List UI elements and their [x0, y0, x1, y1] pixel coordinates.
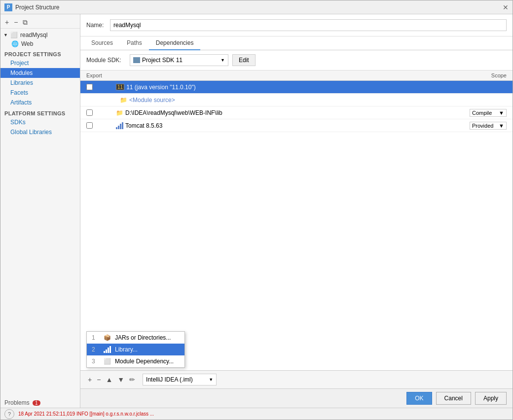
sdk-value: Project SDK 11: [142, 57, 183, 64]
context-jar-dirs[interactable]: 1 📦 JARs or Directories...: [87, 332, 184, 344]
tab-sources[interactable]: Sources: [84, 36, 120, 50]
dependencies-table: Export Scope 11 11 (java version "11.0.1…: [80, 70, 513, 370]
sdk-dropdown[interactable]: Project SDK 11 ▼: [130, 54, 228, 66]
sidebar-item-modules[interactable]: Modules: [0, 68, 80, 78]
apply-button[interactable]: Apply: [475, 392, 507, 405]
window-title: Project Structure: [15, 4, 59, 11]
tree-web-label: Web: [21, 40, 77, 47]
module-icon: ⬜: [10, 32, 18, 38]
status-text: 18 Apr 2021 21:52:11,019 INFO [[main] o.…: [18, 411, 509, 417]
tree-module-item[interactable]: ▼ ⬜ readMysql: [0, 31, 80, 39]
dep-checkbox-sdk[interactable]: [86, 84, 93, 90]
dep-row-webinf: 📁 D:\IDEA\readMysql\web\WEB-INF\lib Comp…: [80, 106, 513, 119]
action-bar: OK Cancel Apply: [80, 388, 513, 408]
context-module-dep[interactable]: 3 ⬜ Module Dependency...: [87, 355, 184, 367]
dep-name-tomcat: Tomcat 8.5.63: [116, 122, 457, 129]
project-structure-window: P Project Structure ✕ + − ⧉ ▼ ⬜ readMysq…: [0, 0, 513, 420]
add-tree-button[interactable]: +: [3, 18, 10, 26]
bottom-toolbar: 1 📦 JARs or Directories... 2: [80, 370, 513, 388]
scope-arrow-icon: ▼: [499, 123, 504, 129]
sdk-folder-icon: [133, 57, 140, 63]
add-dep-button[interactable]: +: [86, 375, 93, 384]
library-bars-icon: [104, 346, 111, 353]
web-icon: 🌐: [11, 40, 19, 47]
module-dep-label: Module Dependency...: [115, 358, 174, 365]
sidebar-item-project[interactable]: Project: [0, 58, 80, 68]
tree-module-label: readMysql: [20, 32, 77, 38]
tab-paths[interactable]: Paths: [120, 36, 149, 50]
app-icon: P: [4, 3, 12, 11]
idea-dropdown-arrow-icon: ▼: [209, 377, 213, 382]
sidebar-item-artifacts[interactable]: Artifacts: [0, 98, 80, 107]
cancel-button[interactable]: Cancel: [436, 392, 471, 405]
dep-export-tomcat[interactable]: [86, 122, 116, 129]
dep-name-sdk: 11 11 (java version "11.0.10"): [116, 84, 457, 91]
scope-arrow-icon: ▼: [499, 110, 504, 116]
folder-icon: 📁: [116, 109, 123, 116]
export-col-header: Export: [86, 72, 116, 78]
dep-row-module-source: 📁 <Module source>: [80, 94, 513, 106]
module-sdk-label: Module SDK:: [86, 57, 126, 64]
edit-button[interactable]: Edit: [232, 54, 256, 66]
tab-dependencies[interactable]: Dependencies: [149, 36, 201, 50]
name-col-header: [116, 72, 457, 78]
idea-dropdown-label: IntelliJ IDEA (.iml): [146, 376, 193, 383]
problems-badge: 1: [33, 400, 40, 406]
scope-col-header: Scope: [457, 72, 507, 78]
java-sdk-icon: 11: [116, 84, 124, 90]
sdk-dropdown-arrow-icon: ▼: [220, 58, 225, 63]
compile-scope-dropdown[interactable]: Compile ▼: [470, 109, 507, 117]
add-context-menu: 1 📦 JARs or Directories... 2: [86, 331, 185, 368]
tree-toolbar: + − ⧉: [0, 16, 80, 29]
dep-name-module-source: 📁 <Module source>: [120, 97, 457, 104]
dep-scope-webinf: Compile ▼: [457, 109, 507, 117]
library-label: Library...: [115, 346, 138, 353]
move-up-button[interactable]: ▲: [104, 375, 114, 384]
ok-button[interactable]: OK: [406, 392, 432, 405]
remove-tree-button[interactable]: −: [12, 18, 19, 26]
sidebar-item-libraries[interactable]: Libraries: [0, 78, 80, 88]
deps-header: Export Scope: [80, 70, 513, 81]
source-icon: 📁: [120, 97, 127, 104]
sidebar-item-facets[interactable]: Facets: [0, 88, 80, 98]
item-num-1: 1: [92, 334, 100, 341]
sidebar: + − ⧉ ▼ ⬜ readMysql 🌐 Web Project Settin…: [0, 14, 80, 408]
jar-dirs-label: JARs or Directories...: [115, 334, 171, 341]
edit-dep-button[interactable]: ✏: [128, 375, 137, 384]
sidebar-item-global-libraries[interactable]: Global Libraries: [0, 127, 80, 137]
module-dep-icon: ⬜: [104, 358, 111, 365]
module-sdk-row: Module SDK: Project SDK 11 ▼ Edit: [80, 50, 513, 70]
name-row: Name:: [80, 14, 513, 36]
dep-scope-tomcat: Provided ▼: [457, 122, 507, 130]
dep-export-sdk: [86, 84, 116, 90]
main-content: + − ⧉ ▼ ⬜ readMysql 🌐 Web Project Settin…: [0, 14, 513, 408]
dep-name-webinf: 📁 D:\IDEA\readMysql\web\WEB-INF\lib: [116, 109, 457, 116]
tabs-bar: Sources Paths Dependencies: [80, 36, 513, 50]
item-num-3: 3: [92, 358, 100, 365]
copy-tree-button[interactable]: ⧉: [21, 18, 29, 26]
jar-icon: 📦: [104, 334, 111, 341]
dep-checkbox-webinf[interactable]: [86, 109, 93, 116]
right-panel: Name: Sources Paths Dependencies Module …: [80, 14, 513, 408]
sidebar-item-problems[interactable]: Problems 1: [0, 398, 80, 408]
tomcat-bars-icon: [116, 122, 123, 129]
platform-settings-header: Platform Settings: [0, 107, 80, 117]
idea-format-dropdown[interactable]: IntelliJ IDEA (.iml) ▼: [143, 374, 217, 385]
title-bar-left: P Project Structure: [4, 3, 59, 11]
dep-row-tomcat: Tomcat 8.5.63 Provided ▼: [80, 119, 513, 132]
name-input[interactable]: [110, 19, 507, 31]
dep-export-webinf[interactable]: [86, 109, 116, 116]
help-button[interactable]: ?: [4, 409, 14, 419]
move-down-button[interactable]: ▼: [116, 375, 126, 384]
dep-checkbox-tomcat[interactable]: [86, 122, 93, 129]
title-bar: P Project Structure ✕: [0, 0, 513, 14]
status-bar: ? 18 Apr 2021 21:52:11,019 INFO [[main] …: [0, 408, 513, 420]
name-label: Name:: [86, 22, 106, 29]
tree-web-item[interactable]: 🌐 Web: [0, 39, 80, 48]
tree-arrow-icon: ▼: [3, 33, 8, 37]
context-library[interactable]: 2 Library...: [87, 344, 184, 355]
provided-scope-dropdown[interactable]: Provided ▼: [470, 122, 507, 130]
sidebar-item-sdks[interactable]: SDKs: [0, 117, 80, 127]
remove-dep-button[interactable]: −: [95, 375, 102, 384]
close-button[interactable]: ✕: [503, 4, 509, 11]
